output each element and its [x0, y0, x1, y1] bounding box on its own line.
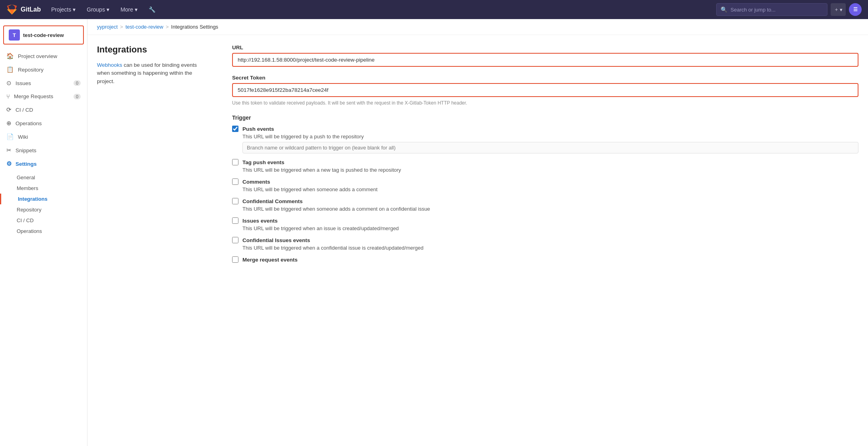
nav-groups-label: Groups: [87, 6, 105, 13]
confidential-issues-label[interactable]: Confidential Issues events: [242, 237, 310, 243]
search-bar[interactable]: 🔍 Search or jump to...: [716, 3, 827, 16]
project-avatar: T: [9, 29, 20, 41]
gitlab-logo[interactable]: GitLab: [6, 4, 41, 15]
trigger-label: Trigger: [232, 114, 858, 121]
sidebar-label-wiki: Wiki: [18, 134, 28, 140]
merge-icon: ⑂: [6, 93, 10, 100]
top-navigation: GitLab Projects ▾ Groups ▾ More ▾ 🔧 🔍 Se…: [0, 0, 868, 19]
merge-request-events-label[interactable]: Merge request events: [242, 257, 298, 263]
trigger-confidential-comments: Confidential Comments This URL will be t…: [232, 198, 858, 212]
content-area: Integrations Webhooks can be used for bi…: [87, 35, 868, 278]
new-button[interactable]: ＋ ▾: [831, 3, 846, 16]
sidebar-item-issues[interactable]: ⊙ Issues 0: [0, 76, 87, 90]
search-placeholder: Search or jump to...: [730, 7, 775, 13]
sidebar-sub-cicd[interactable]: CI / CD: [0, 215, 87, 226]
merge-requests-badge: 0: [74, 94, 81, 99]
wiki-icon: 📄: [6, 133, 14, 140]
home-icon: 🏠: [6, 52, 14, 60]
breadcrumb-yyproject[interactable]: yyproject: [97, 24, 118, 30]
sidebar: T test-code-review 🏠 Project overview 📋 …: [0, 19, 87, 446]
push-events-desc: This URL will be triggered by a push to …: [232, 134, 858, 140]
user-avatar[interactable]: ☰: [849, 3, 862, 16]
comments-desc: This URL will be triggered when someone …: [232, 186, 858, 192]
nav-projects-label: Projects: [51, 6, 72, 13]
avatar-initials: ☰: [853, 7, 858, 12]
sidebar-item-merge-requests[interactable]: ⑂ Merge Requests 0: [0, 90, 87, 103]
trigger-comments: Comments This URL will be triggered when…: [232, 178, 858, 192]
breadcrumb-current: Integrations Settings: [171, 24, 219, 30]
nav-projects[interactable]: Projects ▾: [47, 4, 80, 15]
issues-events-checkbox[interactable]: [232, 217, 238, 224]
merge-request-events-checkbox[interactable]: [232, 256, 238, 263]
nav-groups[interactable]: Groups ▾: [83, 4, 113, 15]
confidential-issues-checkbox[interactable]: [232, 237, 238, 243]
tag-push-events-checkbox[interactable]: [232, 159, 238, 165]
wrench-icon: 🔧: [149, 6, 155, 13]
sidebar-item-project-overview[interactable]: 🏠 Project overview: [0, 49, 87, 63]
main-content: yyproject > test-code-review > Integrati…: [87, 19, 868, 446]
issues-events-desc: This URL will be triggered when an issue…: [232, 225, 858, 231]
sidebar-label-project-overview: Project overview: [18, 53, 57, 59]
logo-text: GitLab: [21, 6, 41, 13]
plus-icon: ＋: [834, 6, 839, 13]
settings-icon: ⚙: [6, 160, 12, 167]
sidebar-sub-general[interactable]: General: [0, 172, 87, 183]
comments-label[interactable]: Comments: [242, 179, 270, 185]
sidebar-item-repository[interactable]: 📋 Repository: [0, 63, 87, 76]
chevron-down-icon: ▾: [107, 6, 109, 13]
secret-token-hint: Use this token to validate received payl…: [232, 99, 858, 107]
issues-badge: 0: [74, 80, 81, 86]
sidebar-label-issues: Issues: [15, 80, 31, 86]
sidebar-item-settings[interactable]: ⚙ Settings: [0, 157, 87, 171]
confidential-issues-desc: This URL will be triggered when a confid…: [232, 245, 858, 251]
confidential-comments-checkbox[interactable]: [232, 198, 238, 204]
sidebar-sub-operations[interactable]: Operations: [0, 226, 87, 237]
sidebar-label-merge-requests: Merge Requests: [14, 93, 53, 99]
nav-more-label: More: [120, 6, 133, 13]
nav-wrench[interactable]: 🔧: [145, 4, 159, 15]
sidebar-sub-integrations[interactable]: Integrations: [0, 194, 87, 204]
secret-token-section: Secret Token Use this token to validate …: [232, 75, 858, 107]
project-header[interactable]: T test-code-review: [3, 25, 84, 45]
push-events-label[interactable]: Push events: [242, 126, 274, 132]
page-description: Webhooks can be used for binding events …: [97, 61, 208, 85]
secret-token-input[interactable]: [232, 83, 858, 97]
sidebar-sub-repository[interactable]: Repository: [0, 204, 87, 215]
chevron-down-icon: ▾: [73, 6, 76, 13]
breadcrumb-sep-2: >: [166, 24, 169, 30]
sidebar-item-operations[interactable]: ⊕ Operations: [0, 116, 87, 130]
operations-icon: ⊕: [6, 120, 12, 127]
webhooks-link[interactable]: Webhooks: [97, 62, 122, 68]
branch-pattern-input[interactable]: [242, 142, 858, 153]
trigger-merge-request-header: Merge request events: [232, 256, 858, 263]
chevron-down-icon: ▾: [840, 7, 843, 13]
settings-submenu: General Members Integrations Repository …: [0, 171, 87, 238]
content-right: URL Secret Token Use this token to valid…: [232, 45, 858, 268]
url-label: URL: [232, 45, 858, 50]
project-name: test-code-review: [23, 32, 64, 38]
sidebar-label-settings: Settings: [15, 161, 37, 167]
breadcrumb: yyproject > test-code-review > Integrati…: [87, 19, 868, 35]
sidebar-label-repository: Repository: [18, 67, 44, 73]
trigger-push-events: Push events This URL will be triggered b…: [232, 126, 858, 153]
trigger-confidential-comments-header: Confidential Comments: [232, 198, 858, 204]
breadcrumb-test-code-review[interactable]: test-code-review: [126, 24, 163, 30]
tag-push-events-label[interactable]: Tag push events: [242, 159, 285, 165]
page-layout: T test-code-review 🏠 Project overview 📋 …: [0, 19, 868, 446]
trigger-confidential-issues-header: Confidential Issues events: [232, 237, 858, 243]
issues-events-label[interactable]: Issues events: [242, 218, 278, 224]
trigger-issues-header: Issues events: [232, 217, 858, 224]
trigger-tag-push-header: Tag push events: [232, 159, 858, 165]
comments-checkbox[interactable]: [232, 178, 238, 185]
nav-more[interactable]: More ▾: [116, 4, 141, 15]
confidential-comments-label[interactable]: Confidential Comments: [242, 198, 303, 204]
sidebar-item-snippets[interactable]: ✂ Snippets: [0, 143, 87, 157]
secret-token-label: Secret Token: [232, 75, 858, 81]
url-input[interactable]: [232, 53, 858, 67]
push-events-checkbox[interactable]: [232, 126, 238, 132]
chevron-down-icon: ▾: [135, 6, 138, 13]
sidebar-item-wiki[interactable]: 📄 Wiki: [0, 130, 87, 143]
sidebar-item-cicd[interactable]: ⟳ CI / CD: [0, 103, 87, 116]
sidebar-sub-members[interactable]: Members: [0, 183, 87, 194]
search-icon: 🔍: [721, 6, 727, 13]
